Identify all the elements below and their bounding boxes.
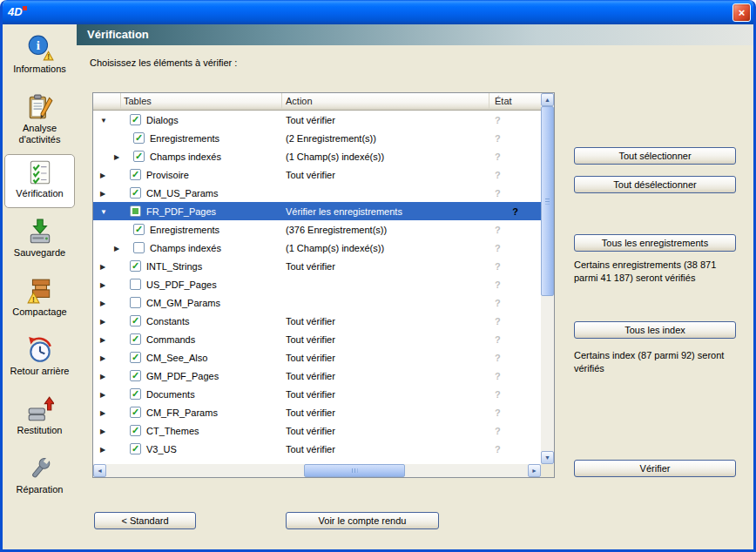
- row-checkbox[interactable]: ✓: [130, 315, 141, 326]
- table-name-cell: CM_FR_Params: [146, 407, 218, 418]
- table-row[interactable]: ▶ ✓ Champs indexés (1 Champ(s) indexé(s)…: [93, 147, 541, 165]
- v-scrollbar: ▲ ▼: [541, 93, 554, 464]
- tree-toggle-icon[interactable]: ▶: [114, 153, 119, 161]
- tree-toggle-icon[interactable]: ▶: [100, 409, 105, 417]
- select-all-button[interactable]: Tout sélectionner: [574, 147, 736, 165]
- sidebar-item-verification[interactable]: Vérification: [4, 154, 75, 208]
- tree-toggle-icon[interactable]: ▶: [100, 336, 105, 344]
- row-checkbox[interactable]: [133, 242, 145, 253]
- sidebar-item-compactage[interactable]: ! Compactage: [4, 273, 75, 326]
- table-row[interactable]: ▶ Champs indexés (1 Champ(s) indexé(s)) …: [93, 239, 541, 257]
- scroll-down-button[interactable]: ▼: [541, 451, 554, 464]
- report-button[interactable]: Voir le compte rendu: [286, 512, 439, 529]
- scroll-right-button[interactable]: ►: [528, 464, 541, 477]
- table-row[interactable]: ✓ Enregistrements (2 Enregistrement(s)) …: [93, 129, 541, 147]
- table-row[interactable]: ▶ ✓ CM_See_Also Tout vérifier ?: [93, 348, 541, 367]
- table-name-cell: Enregistrements: [150, 225, 219, 235]
- row-checkbox[interactable]: ✓: [130, 425, 141, 436]
- tree-toggle-icon[interactable]: ▼: [100, 208, 107, 216]
- row-checkbox[interactable]: [130, 205, 141, 217]
- scroll-up-button[interactable]: ▲: [541, 93, 554, 106]
- sidebar-item-reparation[interactable]: Réparation: [4, 450, 75, 504]
- row-checkbox[interactable]: ✓: [130, 388, 141, 400]
- tree-toggle-icon[interactable]: ▼: [100, 117, 107, 125]
- row-status-cell: ?: [489, 353, 541, 363]
- row-status-cell: ?: [489, 151, 541, 162]
- tree-toggle-icon[interactable]: ▶: [114, 245, 119, 252]
- row-action-cell: Tout vérifier: [282, 426, 489, 436]
- table-row[interactable]: ▼ FR_PDF_Pages Vérifier les enregistreme…: [93, 202, 541, 220]
- table-row[interactable]: ▶ ✓ Commands Tout vérifier ?: [93, 330, 541, 348]
- tree-toggle-icon[interactable]: ▶: [100, 190, 105, 198]
- table-row[interactable]: ▶ ✓ CM_US_Params ?: [93, 184, 541, 202]
- table-row[interactable]: ▶ ✓ INTL_Strings Tout vérifier ?: [93, 257, 541, 275]
- row-checkbox[interactable]: ✓: [130, 187, 141, 199]
- table-row[interactable]: ▶ CM_GM_Params ?: [93, 293, 541, 312]
- row-status-cell: ?: [489, 243, 541, 253]
- row-checkbox[interactable]: [130, 297, 141, 308]
- svg-text:!: !: [47, 52, 50, 61]
- sidebar-item-sauvegarde[interactable]: Sauvegarde: [4, 213, 75, 267]
- row-checkbox[interactable]: ✓: [130, 333, 141, 345]
- tree-toggle-icon[interactable]: ▶: [100, 446, 105, 454]
- tree-toggle-icon[interactable]: ▶: [100, 172, 105, 179]
- row-checkbox[interactable]: ✓: [130, 407, 141, 418]
- header-cell-action[interactable]: Action: [282, 93, 489, 110]
- row-checkbox[interactable]: ✓: [130, 260, 141, 272]
- table-row[interactable]: ▶ ✓ Constants Tout vérifier ?: [93, 312, 541, 330]
- tree-toggle-icon[interactable]: ▶: [100, 373, 105, 380]
- table-row[interactable]: ✓ Enregistrements (376 Enregistrement(s)…: [93, 220, 541, 239]
- svg-text:i: i: [36, 38, 39, 52]
- all-indexes-button[interactable]: Tous les index: [574, 321, 736, 339]
- tree-toggle-icon[interactable]: ▶: [100, 281, 105, 289]
- row-checkbox[interactable]: ✓: [130, 352, 141, 363]
- table-name-cell: Commands: [146, 334, 195, 345]
- tree-toggle-icon[interactable]: ▶: [100, 427, 105, 435]
- table-row[interactable]: ▶ ✓ CT_Themes Tout vérifier ?: [93, 421, 541, 440]
- sidebar-item-label: Analyse d'activités: [10, 123, 71, 145]
- sidebar-item-informations[interactable]: i ! Informations: [4, 30, 75, 84]
- header-cell-tables[interactable]: Tables: [121, 93, 282, 110]
- sidebar-item-analyse-activites[interactable]: Analyse d'activités: [4, 89, 75, 149]
- tree-toggle-icon[interactable]: ▶: [100, 263, 105, 271]
- tree-toggle-icon[interactable]: ▶: [100, 354, 105, 362]
- row-action-cell: Vérifier les enregistrements: [282, 206, 489, 217]
- table-row[interactable]: ▶ ✓ CM_FR_Params Tout vérifier ?: [93, 403, 541, 421]
- row-checkbox[interactable]: ✓: [130, 443, 141, 454]
- page-title: Vérification: [87, 28, 149, 41]
- table-row[interactable]: ▶ US_PDF_Pages ?: [93, 275, 541, 293]
- header-cell-etat[interactable]: État: [489, 93, 541, 110]
- table-name-cell: Champs indexés: [150, 243, 221, 253]
- row-checkbox[interactable]: ✓: [130, 370, 141, 381]
- row-checkbox[interactable]: ✓: [133, 151, 145, 162]
- row-checkbox[interactable]: ✓: [133, 132, 145, 144]
- verify-button[interactable]: Vérifier: [574, 460, 736, 477]
- all-records-button[interactable]: Tous les enregistrements: [574, 234, 736, 252]
- row-action-cell: Tout vérifier: [282, 389, 489, 400]
- table-row[interactable]: ▶ ✓ V3_US Tout vérifier ?: [93, 440, 541, 458]
- table-row[interactable]: ▶ ✓ Documents Tout vérifier ?: [93, 385, 541, 403]
- tree-toggle-icon[interactable]: ▶: [100, 318, 105, 326]
- row-checkbox[interactable]: [130, 279, 141, 290]
- row-action-cell: Tout vérifier: [282, 371, 489, 381]
- h-scroll-thumb[interactable]: [304, 464, 405, 477]
- row-checkbox[interactable]: ✓: [133, 224, 145, 235]
- close-button[interactable]: ×: [732, 3, 751, 22]
- sidebar-item-restitution[interactable]: Restitution: [4, 391, 75, 445]
- 4d-logo-icon: 4D: [8, 4, 29, 20]
- tree-toggle-icon[interactable]: ▶: [100, 391, 105, 399]
- row-checkbox[interactable]: ✓: [130, 169, 141, 180]
- deselect-all-button[interactable]: Tout désélectionner: [574, 176, 736, 193]
- tree-toggle-icon[interactable]: ▶: [100, 300, 105, 307]
- table-row[interactable]: ▶ ✓ GM_PDF_Pages Tout vérifier ?: [93, 367, 541, 385]
- table-row[interactable]: ▶ ✓ Provisoire Tout vérifier ?: [93, 165, 541, 184]
- restitution-icon: [26, 395, 54, 423]
- table-row[interactable]: ▼ ✓ Dialogs Tout vérifier ?: [93, 111, 541, 129]
- scroll-left-button[interactable]: ◄: [93, 464, 106, 477]
- table-name-cell: Constants: [146, 316, 190, 326]
- v-scroll-thumb[interactable]: [541, 106, 554, 296]
- row-action-cell: Tout vérifier: [282, 407, 489, 418]
- row-checkbox[interactable]: ✓: [130, 114, 141, 125]
- standard-button[interactable]: < Standard: [94, 512, 196, 529]
- sidebar-item-retour-arriere[interactable]: Retour arrière: [4, 332, 75, 386]
